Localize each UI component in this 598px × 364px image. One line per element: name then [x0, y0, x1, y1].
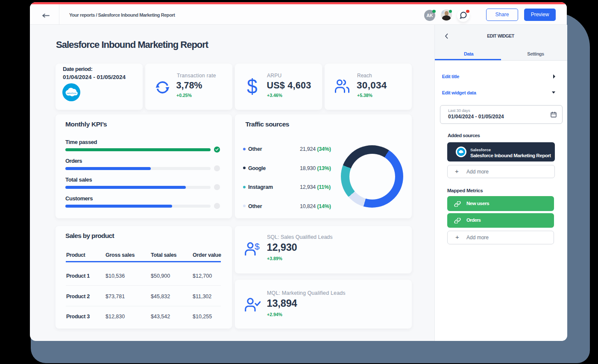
svg-text:$: $	[255, 241, 260, 251]
svg-text:salesforce: salesforce	[67, 92, 76, 94]
